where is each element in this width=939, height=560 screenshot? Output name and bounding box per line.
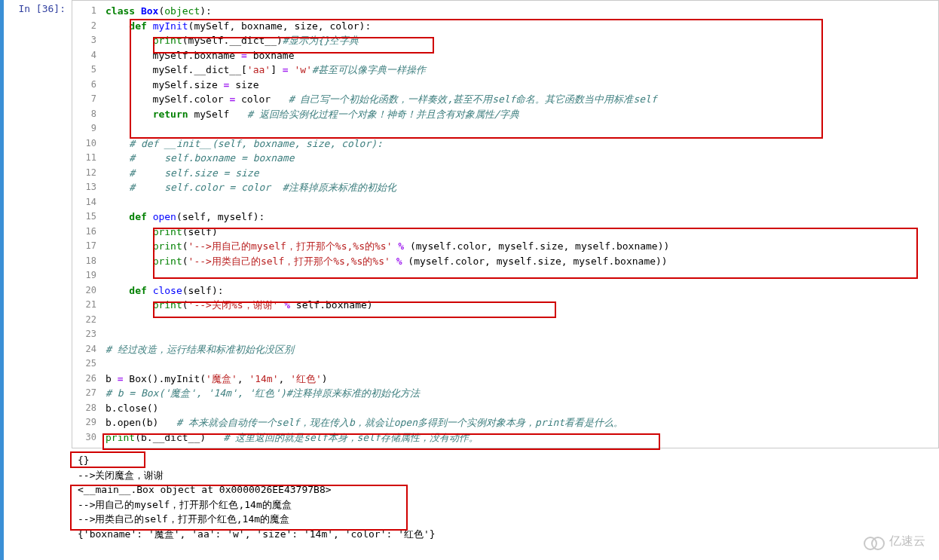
- code-line[interactable]: mySelf.size = size: [106, 78, 932, 93]
- code-line[interactable]: mySelf.color = color # 自己写一个初始化函数，一样奏效,甚…: [106, 92, 932, 107]
- notebook-cell: In [36]: 1234567891011121314151617181920…: [0, 0, 939, 560]
- code-line[interactable]: mySelf.boxname = boxname: [106, 48, 932, 63]
- line-number: 7: [72, 92, 96, 107]
- code-line[interactable]: b.open(b) # 本来就会自动传一个self，现在传入b，就会让open多…: [106, 415, 932, 430]
- line-number: 17: [72, 239, 96, 254]
- code-line[interactable]: [106, 327, 932, 342]
- code-block[interactable]: 1234567891011121314151617181920212223242…: [72, 0, 939, 448]
- code-line[interactable]: return mySelf # 返回给实例化过程一个对象！神奇！并且含有对象属性…: [106, 107, 932, 122]
- line-number: 15: [72, 210, 96, 225]
- line-number: 19: [72, 268, 96, 283]
- main-column: 1234567891011121314151617181920212223242…: [72, 0, 939, 560]
- code-line[interactable]: [106, 313, 932, 328]
- line-number: 6: [72, 78, 96, 93]
- output-line: {'boxname': '魔盒', 'aa': 'w', 'size': '14…: [78, 527, 936, 542]
- code-line[interactable]: b = Box().myInit('魔盒', '14m', '红色'): [106, 372, 932, 387]
- code-line[interactable]: def open(self, myself):: [106, 210, 932, 225]
- line-number: 2: [72, 19, 96, 34]
- code-line[interactable]: def close(self):: [106, 283, 932, 298]
- line-number: 10: [72, 136, 96, 151]
- line-number: 14: [72, 195, 96, 210]
- line-number: 16: [72, 225, 96, 240]
- line-number: 4: [72, 48, 96, 63]
- line-number: 25: [72, 357, 96, 372]
- code-line[interactable]: print(b.__dict__) # 这里返回的就是self本身，self存储…: [106, 430, 932, 445]
- code-line[interactable]: [106, 357, 932, 372]
- line-number: 28: [72, 401, 96, 416]
- code-line[interactable]: # b = Box('魔盒', '14m', '红色')#注释掉原来标准的初始化…: [106, 386, 932, 401]
- output-line: -->用类自己的self，打开那个红色,14m的魔盒: [78, 512, 936, 527]
- code-line[interactable]: print('-->用类自己的self，打开那个%s,%s的%s' % (mys…: [106, 254, 932, 269]
- line-number: 22: [72, 313, 96, 328]
- line-number: 13: [72, 180, 96, 195]
- line-number: 21: [72, 298, 96, 313]
- code-line[interactable]: mySelf.__dict__['aa'] = 'w'#甚至可以像字典一样操作: [106, 63, 932, 78]
- code-line[interactable]: # self.boxname = boxname: [106, 151, 932, 166]
- line-number: 5: [72, 63, 96, 78]
- output-line: <__main__.Box object at 0x0000026EE43797…: [78, 482, 936, 497]
- line-number: 30: [72, 430, 96, 445]
- code-line[interactable]: [106, 121, 932, 136]
- output-line: -->用自己的myself，打开那个红色,14m的魔盒: [78, 497, 936, 513]
- line-number: 11: [72, 151, 96, 166]
- output-line: {}: [78, 453, 936, 468]
- line-number: 3: [72, 33, 96, 48]
- code-line[interactable]: b.close(): [106, 401, 932, 416]
- prompt-column: In [36]:: [4, 0, 72, 560]
- input-prompt: In [36]:: [18, 3, 66, 14]
- line-number-gutter: 1234567891011121314151617181920212223242…: [72, 1, 102, 448]
- line-number: 18: [72, 254, 96, 269]
- code-line[interactable]: # 经过改造，运行结果和标准初始化没区别: [106, 342, 932, 357]
- code-line[interactable]: # self.color = color #注释掉原来标准的初始化: [106, 180, 932, 195]
- line-number: 24: [72, 342, 96, 357]
- output-line: -->关闭魔盒，谢谢: [78, 468, 936, 483]
- code-area[interactable]: class Box(object): def myInit(mySelf, bo…: [102, 1, 938, 448]
- code-line[interactable]: print(mySelf.__dict__)#显示为{}空字典: [106, 33, 932, 48]
- line-number: 29: [72, 415, 96, 430]
- watermark-text: 亿速云: [889, 534, 925, 549]
- code-line[interactable]: print('-->用自己的myself，打开那个%s,%s的%s' % (my…: [106, 239, 932, 254]
- line-number: 8: [72, 107, 96, 122]
- code-line[interactable]: # self.size = size: [106, 166, 932, 181]
- output-area: {}-->关闭魔盒，谢谢<__main__.Box object at 0x00…: [72, 448, 939, 546]
- line-number: 27: [72, 386, 96, 401]
- code-line[interactable]: [106, 268, 932, 283]
- code-line[interactable]: [106, 195, 932, 210]
- code-line[interactable]: # def __init__(self, boxname, size, colo…: [106, 136, 932, 151]
- code-line[interactable]: def myInit(mySelf, boxname, size, color)…: [106, 19, 932, 34]
- code-line[interactable]: class Box(object):: [106, 4, 932, 19]
- cloud-icon: [864, 535, 886, 549]
- line-number: 26: [72, 372, 96, 387]
- code-line[interactable]: print(self): [106, 225, 932, 240]
- line-number: 20: [72, 283, 96, 298]
- watermark: 亿速云: [864, 534, 925, 549]
- line-number: 23: [72, 327, 96, 342]
- line-number: 12: [72, 166, 96, 181]
- line-number: 1: [72, 4, 96, 19]
- line-number: 9: [72, 121, 96, 136]
- code-line[interactable]: print('-->关闭%s，谢谢' % self.boxname): [106, 298, 932, 313]
